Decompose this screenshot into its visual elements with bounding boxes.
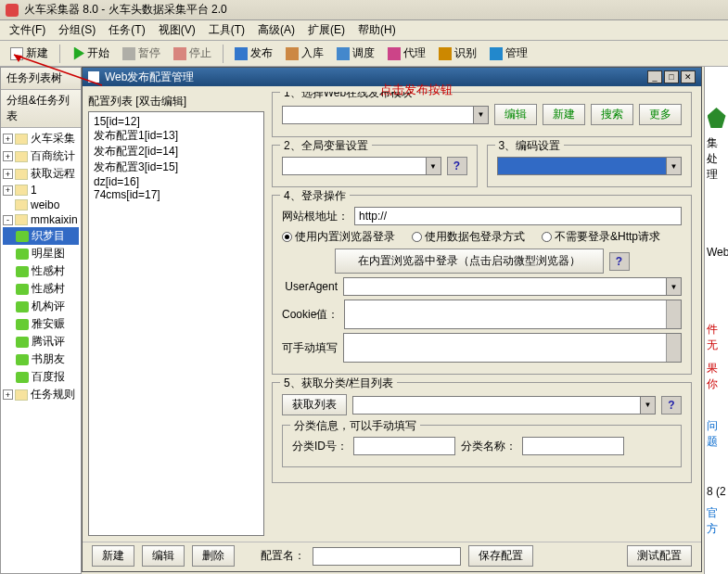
section-category: 5、获取分类/栏目列表 获取列表▼? 分类信息，可以手动填写 分类ID号： 分类… — [272, 382, 692, 483]
more-button[interactable]: 更多 — [639, 104, 682, 125]
section-globalvar: 2、全局变量设置 ▼? — [272, 145, 478, 187]
tree-node[interactable]: 百度报 — [3, 368, 79, 386]
app-titlebar: 火车采集器 8.0 - 火车头数据采集平台 2.0 — [0, 0, 728, 20]
new-icon — [10, 47, 23, 60]
pause-icon — [122, 47, 135, 60]
tree-node[interactable]: 明星图 — [3, 245, 79, 262]
menubar: 文件(F) 分组(S) 任务(T) 视图(V) 工具(T) 高级(A) 扩展(E… — [0, 20, 728, 41]
tree-node[interactable]: -mmkaixin — [3, 212, 79, 227]
tree-node[interactable]: weibo — [3, 198, 79, 212]
list-item[interactable]: 发布配置3[id=15] — [92, 159, 261, 175]
module-combo[interactable]: ▼ — [282, 106, 489, 124]
footer-edit-button[interactable]: 编辑 — [142, 545, 185, 567]
tree-node[interactable]: 腾讯评 — [3, 333, 79, 351]
dialog-icon — [88, 71, 99, 83]
menu-task[interactable]: 任务(T) — [103, 20, 150, 40]
right-strip: 集处理 Web 件无 果你 问题 8 (2 官方 — [704, 67, 728, 574]
tb-schedule[interactable]: 调度 — [332, 44, 379, 63]
tb-ocr[interactable]: 识别 — [434, 44, 481, 63]
menu-group[interactable]: 分组(S) — [53, 20, 101, 40]
minimize-button[interactable]: _ — [647, 70, 662, 83]
encoding-combo[interactable]: ▼ — [497, 157, 683, 175]
help-button-2[interactable]: ? — [609, 252, 630, 271]
tree-header-2: 分组&任务列表 — [1, 90, 81, 128]
help-button-3[interactable]: ? — [661, 396, 682, 415]
tree-node[interactable]: 性感村 — [3, 280, 79, 298]
schedule-icon — [337, 47, 350, 60]
tb-start[interactable]: 开始 — [67, 44, 114, 63]
list-item[interactable]: dz[id=16] — [92, 175, 261, 188]
catid-input[interactable] — [353, 437, 455, 455]
tree-node[interactable]: +火车采集 — [3, 130, 79, 147]
tree-header-1: 任务列表树 — [1, 68, 81, 90]
recycle-icon — [708, 108, 726, 128]
list-item[interactable]: 发布配置1[id=13] — [92, 128, 261, 144]
section-login: 4、登录操作 网站根地址： 使用内置浏览器登录 使用数据包登录方式 不需要登录&… — [272, 195, 692, 375]
root-url-input[interactable] — [354, 207, 682, 225]
task-tree[interactable]: +火车采集+百商统计+获取远程+1weibo-mmkaixin织梦目明星图性感村… — [1, 128, 81, 573]
play-icon — [71, 47, 84, 60]
get-list-button[interactable]: 获取列表 — [282, 394, 347, 415]
tree-node[interactable]: +获取远程 — [3, 165, 79, 183]
manual-textarea[interactable] — [343, 333, 682, 363]
tree-node[interactable]: 织梦目 — [3, 227, 79, 245]
menu-ext[interactable]: 扩展(E) — [302, 20, 351, 40]
app-icon — [6, 4, 19, 17]
config-listbox[interactable]: 15[id=12]发布配置1[id=13]发布配置2[id=14]发布配置3[i… — [88, 111, 264, 536]
menu-view[interactable]: 视图(V) — [153, 20, 201, 40]
tree-node[interactable]: +百商统计 — [3, 147, 79, 165]
tree-node[interactable]: +1 — [3, 183, 79, 198]
browser-login-button[interactable]: 在内置浏览器中登录（点击启动微型浏览器） — [335, 249, 604, 274]
radio-nologin[interactable]: 不需要登录&Http请求 — [542, 229, 660, 245]
section-encoding: 3、编码设置 ▼ — [487, 145, 693, 187]
tree-node[interactable]: 雅安赈 — [3, 315, 79, 333]
useragent-combo[interactable]: ▼ — [343, 277, 682, 296]
tb-pause[interactable]: 暂停 — [118, 44, 165, 63]
catname-input[interactable] — [522, 437, 624, 455]
ocr-icon — [439, 47, 452, 60]
list-item[interactable]: 发布配置2[id=14] — [92, 144, 261, 159]
category-combo[interactable]: ▼ — [352, 396, 656, 415]
new-button[interactable]: 新建 — [543, 104, 585, 125]
stop-icon — [173, 47, 186, 60]
list-item[interactable]: 15[id=12] — [92, 115, 261, 128]
tree-node[interactable]: 书朋友 — [3, 351, 79, 368]
radio-builtin[interactable]: 使用内置浏览器登录 — [282, 229, 395, 245]
menu-help[interactable]: 帮助(H) — [352, 20, 402, 40]
cookie-textarea[interactable] — [344, 300, 682, 329]
import-icon — [286, 47, 299, 60]
tb-proxy[interactable]: 代理 — [383, 44, 430, 63]
section-module: 1、选择Web在线发布模块 ▼ 编辑 新建 搜索 更多 — [272, 92, 692, 137]
search-button[interactable]: 搜索 — [591, 104, 633, 125]
footer-new-button[interactable]: 新建 — [92, 545, 134, 567]
menu-file[interactable]: 文件(F) — [4, 20, 51, 40]
menu-tool[interactable]: 工具(T) — [203, 20, 250, 40]
tb-manage[interactable]: 管理 — [485, 44, 532, 63]
tree-node[interactable]: 性感村 — [3, 262, 79, 280]
footer-delete-button[interactable]: 删除 — [192, 545, 235, 567]
help-button[interactable]: ? — [447, 157, 467, 175]
list-item[interactable]: 74cms[id=17] — [92, 188, 261, 201]
config-name-input[interactable] — [313, 547, 461, 566]
tb-publish[interactable]: 发布 — [230, 44, 277, 63]
chevron-down-icon: ▼ — [473, 107, 488, 123]
radio-packet[interactable]: 使用数据包登录方式 — [412, 229, 525, 245]
task-tree-panel: 任务列表树 分组&任务列表 +火车采集+百商统计+获取远程+1weibo-mmk… — [0, 67, 82, 574]
dialog-title: Web发布配置管理 — [105, 70, 194, 85]
tb-import[interactable]: 入库 — [281, 44, 328, 63]
globalvar-combo[interactable]: ▼ — [282, 157, 441, 175]
manage-icon — [490, 47, 503, 60]
menu-adv[interactable]: 高级(A) — [252, 20, 300, 40]
tree-node[interactable]: 机构评 — [3, 298, 79, 315]
publish-icon — [235, 47, 248, 60]
tb-new[interactable]: 新建 — [6, 44, 53, 63]
close-button[interactable]: ✕ — [681, 70, 696, 83]
proxy-icon — [388, 47, 401, 60]
maximize-button[interactable]: □ — [664, 70, 679, 83]
tb-stop[interactable]: 停止 — [169, 44, 216, 63]
annotation-text: 点击发布按钮 — [380, 82, 453, 98]
tree-node[interactable]: +任务规则 — [3, 386, 79, 403]
edit-button[interactable]: 编辑 — [494, 104, 537, 125]
save-config-button[interactable]: 保存配置 — [468, 545, 533, 567]
test-config-button[interactable]: 测试配置 — [627, 545, 692, 567]
